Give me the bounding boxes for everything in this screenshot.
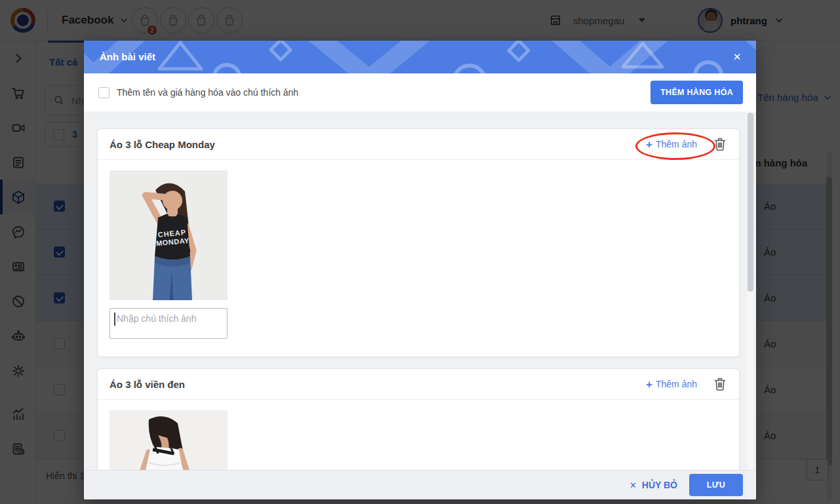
product-card-content	[98, 400, 739, 470]
plus-icon: +	[646, 139, 652, 150]
caption-field-wrap	[110, 308, 228, 339]
delete-product-button[interactable]	[714, 378, 727, 391]
modal-header: Ảnh bài viết ✕	[84, 41, 756, 73]
caption-option-label: Thêm tên và giá hàng hóa vào chú thích ả…	[117, 87, 298, 98]
product-card-content: CHEAP MONDAY	[98, 160, 739, 349]
add-product-button[interactable]: THÊM HÀNG HÓA	[650, 81, 743, 104]
cancel-button[interactable]: ✕ HỦY BỎ	[630, 480, 677, 490]
save-button[interactable]: LƯU	[689, 474, 743, 496]
trash-icon	[714, 378, 726, 391]
product-card-header: Áo 3 lỗ Cheap Monday + Thêm ảnh	[98, 129, 739, 160]
cancel-label: HỦY BỎ	[642, 480, 677, 490]
modal-body: Áo 3 lỗ Cheap Monday + Thêm ảnh	[84, 111, 756, 470]
product-name: Áo 3 lỗ Cheap Monday	[110, 139, 215, 150]
product-name: Áo 3 lỗ viền đen	[110, 379, 185, 390]
close-icon[interactable]: ✕	[730, 50, 744, 64]
app-window: Facebook 2 shopmegau phtrang	[0, 0, 840, 504]
text-caret	[114, 313, 115, 326]
add-image-label: Thêm ảnh	[656, 139, 697, 149]
modal-scrollbar-thumb[interactable]	[748, 113, 753, 292]
post-images-modal: Ảnh bài viết ✕ Thêm tên và giá hàng hóa …	[84, 41, 756, 499]
product-card: Áo 3 lỗ Cheap Monday + Thêm ảnh	[97, 128, 740, 357]
product-card-header: Áo 3 lỗ viền đen + Thêm ảnh	[98, 369, 739, 400]
product-photo-cheap-monday: CHEAP MONDAY	[110, 170, 228, 300]
delete-product-button[interactable]	[714, 138, 727, 151]
plus-icon: +	[646, 379, 652, 390]
add-image-link[interactable]: + Thêm ảnh	[646, 139, 697, 150]
add-image-link[interactable]: + Thêm ảnh	[646, 379, 697, 390]
header-pattern	[84, 41, 756, 73]
product-photo-white-tank	[110, 410, 228, 470]
caption-option-checkbox[interactable]	[98, 87, 110, 98]
modal-title: Ảnh bài viết	[100, 41, 155, 73]
trash-icon	[714, 138, 726, 151]
add-image-label: Thêm ảnh	[656, 379, 697, 389]
product-card: Áo 3 lỗ viền đen + Thêm ảnh	[97, 368, 740, 470]
caption-input[interactable]	[110, 308, 228, 339]
modal-toolbar: Thêm tên và giá hàng hóa vào chú thích ả…	[84, 73, 756, 111]
close-x-icon: ✕	[630, 480, 637, 490]
modal-footer: ✕ HỦY BỎ LƯU	[84, 470, 756, 499]
